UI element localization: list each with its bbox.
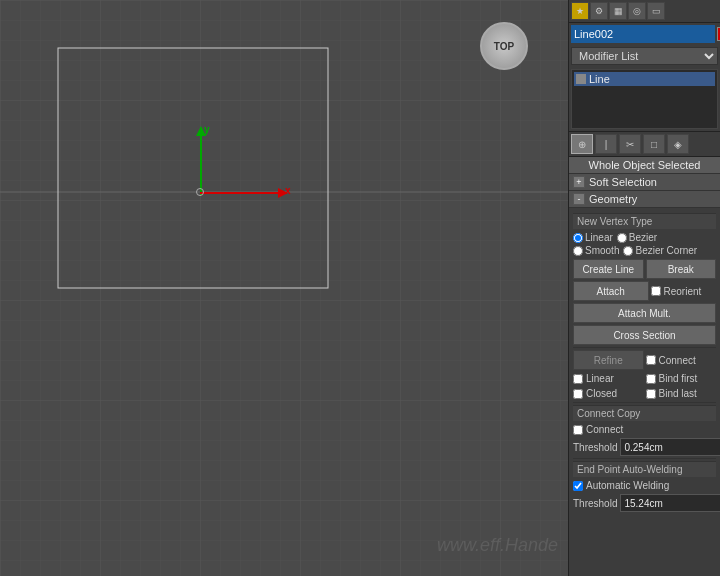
cross-section-button[interactable]: Cross Section — [573, 325, 716, 345]
panel-icon-gear[interactable]: ⚙ — [590, 2, 608, 20]
top-view-indicator: TOP — [480, 22, 528, 70]
auto-welding-checkbox[interactable] — [573, 481, 583, 491]
break-button[interactable]: Break — [646, 259, 717, 279]
modifier-list-row: Modifier List — [569, 45, 720, 67]
threshold2-input[interactable] — [620, 494, 720, 512]
create-line-button[interactable]: Create Line — [573, 259, 644, 279]
linear-checkbox[interactable] — [573, 374, 583, 384]
tab-icon-vertex[interactable]: ⊕ — [571, 134, 593, 154]
right-panel: ★ ⚙ ▦ ◎ ▭ Modifier List Line ⊕ | ✂ □ ◈ W… — [568, 0, 720, 576]
closed-label: Closed — [586, 388, 617, 399]
threshold-input[interactable] — [620, 438, 720, 456]
panel-icon-circle[interactable]: ◎ — [628, 2, 646, 20]
connect-checkbox[interactable] — [646, 355, 656, 365]
modifier-item-icon — [576, 74, 586, 84]
modifier-stack: Line — [571, 69, 718, 129]
tabs-row: ⊕ | ✂ □ ◈ — [569, 131, 720, 157]
linear-label: Linear — [586, 373, 614, 384]
vertex-type-row2: Smooth Bezier Corner — [573, 244, 716, 257]
closed-check-row: Closed — [573, 387, 644, 400]
radio-label-bezier[interactable]: Bezier — [617, 232, 657, 243]
radio-smooth[interactable] — [573, 246, 583, 256]
geometry-header[interactable]: - Geometry — [569, 191, 720, 208]
tab-icon-cut[interactable]: ✂ — [619, 134, 641, 154]
geometry-content: New Vertex Type Linear Bezier Smooth Bez… — [569, 208, 720, 517]
panel-top-toolbar: ★ ⚙ ▦ ◎ ▭ — [569, 0, 720, 23]
geometry-toggle[interactable]: - — [573, 193, 585, 205]
radio-label-linear[interactable]: Linear — [573, 232, 613, 243]
tab-icon-diamond[interactable]: ◈ — [667, 134, 689, 154]
geometry-label: Geometry — [589, 193, 637, 205]
refine-button[interactable]: Refine — [573, 350, 644, 370]
connect-copy-label: Connect Copy — [573, 405, 716, 421]
end-point-welding-label: End Point Auto-Welding — [573, 461, 716, 477]
linear-check-row: Linear — [573, 372, 644, 385]
reorient-check-row: Reorient — [651, 285, 717, 298]
object-name-input[interactable] — [571, 25, 715, 43]
tab-icon-square[interactable]: □ — [643, 134, 665, 154]
soft-selection-toggle[interactable]: + — [573, 176, 585, 188]
bind-first-label: Bind first — [659, 373, 698, 384]
panel-icon-grid[interactable]: ▦ — [609, 2, 627, 20]
connect-copy-checkbox[interactable] — [573, 425, 583, 435]
create-break-row: Create Line Break — [573, 259, 716, 279]
bind-last-checkbox[interactable] — [646, 389, 656, 399]
viewport[interactable]: TOP y x www.eff.Hande — [0, 0, 568, 576]
whole-object-status: Whole Object Selected — [569, 157, 720, 174]
auto-welding-row: Automatic Welding — [573, 479, 716, 492]
bind-last-label: Bind last — [659, 388, 697, 399]
origin-dot — [196, 188, 204, 196]
connect-copy-label-text: Connect — [586, 424, 623, 435]
radio-bezier[interactable] — [617, 233, 627, 243]
grid-canvas — [0, 0, 568, 576]
bind-first-checkbox[interactable] — [646, 374, 656, 384]
threshold-label: Threshold — [573, 442, 617, 453]
threshold-row: Threshold ▲ — [573, 438, 716, 456]
attach-mult-button[interactable]: Attach Mult. — [573, 303, 716, 323]
attach-button[interactable]: Attach — [573, 281, 649, 301]
reorient-checkbox[interactable] — [651, 286, 661, 296]
attach-mult-row: Attach Mult. — [573, 303, 716, 323]
tab-icon-segment[interactable]: | — [595, 134, 617, 154]
closed-bindlast-row: Closed Bind last — [573, 387, 716, 400]
panel-icon-rect[interactable]: ▭ — [647, 2, 665, 20]
x-axis-line — [200, 192, 280, 194]
y-axis-label: y — [204, 124, 210, 135]
top-view-label: TOP — [494, 41, 514, 52]
closed-checkbox[interactable] — [573, 389, 583, 399]
auto-welding-label: Automatic Welding — [586, 480, 669, 491]
vertex-type-row1: Linear Bezier — [573, 231, 716, 244]
refine-connect-row: Refine Connect — [573, 350, 716, 370]
new-vertex-type-label: New Vertex Type — [573, 213, 716, 229]
cross-section-row: Cross Section — [573, 325, 716, 345]
attach-reorient-row: Attach Reorient — [573, 281, 716, 301]
threshold2-label: Threshold — [573, 498, 617, 509]
connect-copy-check-row: Connect — [573, 423, 716, 436]
bind-first-check-row: Bind first — [646, 372, 717, 385]
panel-icon-star[interactable]: ★ — [571, 2, 589, 20]
reorient-label: Reorient — [664, 286, 702, 297]
linear-bindfirst-row: Linear Bind first — [573, 372, 716, 385]
modifier-item-line[interactable]: Line — [574, 72, 715, 86]
x-axis-label: x — [285, 185, 291, 196]
name-row — [569, 23, 720, 45]
threshold2-row: Threshold ▲ — [573, 494, 716, 512]
modifier-list-dropdown[interactable]: Modifier List — [571, 47, 718, 65]
radio-label-bezier-corner[interactable]: Bezier Corner — [623, 245, 697, 256]
radio-bezier-corner[interactable] — [623, 246, 633, 256]
y-axis-line — [200, 130, 202, 195]
connect-check-row: Connect — [646, 350, 717, 370]
soft-selection-header[interactable]: + Soft Selection — [569, 174, 720, 191]
modifier-item-label: Line — [589, 73, 610, 85]
bind-last-check-row: Bind last — [646, 387, 717, 400]
connect-label: Connect — [659, 355, 696, 366]
radio-label-smooth[interactable]: Smooth — [573, 245, 619, 256]
soft-selection-label: Soft Selection — [589, 176, 657, 188]
radio-linear[interactable] — [573, 233, 583, 243]
